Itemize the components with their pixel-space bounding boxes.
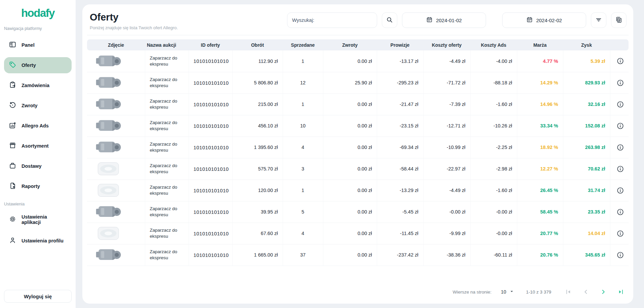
offer-koszty-ads: -10.26 zł bbox=[470, 115, 517, 137]
filter-icon bbox=[595, 16, 602, 25]
table-header-row: Zdjęcie Nazwa aukcji ID oferty Obrót Spr… bbox=[87, 39, 629, 50]
offer-koszty-ads: -88.18 zł bbox=[470, 72, 517, 93]
offer-prowizje: -11.45 zł bbox=[377, 223, 423, 244]
offers-table-body: Zaparzacz do ekspresu 101010101010 112.9… bbox=[87, 50, 629, 266]
sidebar-item-label: Zwroty bbox=[22, 103, 38, 108]
report-file-icon bbox=[9, 182, 16, 191]
offer-name: Zaparzacz do ekspresu bbox=[145, 201, 189, 223]
product-image bbox=[90, 51, 128, 71]
sidebar-item-label: Panel bbox=[22, 42, 35, 48]
sidebar-item-dostawy[interactable]: Dostawy bbox=[4, 158, 72, 174]
orders-clipboard-icon bbox=[9, 81, 16, 90]
info-icon bbox=[616, 61, 624, 66]
offer-name: Zaparzacz do ekspresu bbox=[145, 72, 189, 93]
col-info bbox=[610, 39, 629, 50]
offer-zwroty: 0.00 zł bbox=[323, 137, 377, 158]
tag-icon bbox=[9, 61, 16, 70]
offer-sprzedane: 1 bbox=[283, 180, 323, 201]
info-button[interactable] bbox=[615, 207, 626, 217]
offer-koszty-oferty: -0.00 zł bbox=[423, 201, 470, 223]
sidebar-item-oferty[interactable]: Oferty bbox=[4, 57, 72, 73]
date-to-value: 2024-02-02 bbox=[536, 17, 562, 23]
info-button[interactable] bbox=[615, 250, 626, 260]
offer-koszty-oferty: -4.49 zł bbox=[423, 180, 470, 201]
info-button[interactable] bbox=[615, 56, 626, 66]
copy-report-button[interactable] bbox=[611, 12, 627, 28]
offer-name: Zaparzacz do ekspresu bbox=[145, 115, 189, 137]
product-part-graphic bbox=[92, 202, 127, 221]
offer-koszty-ads: -0.00 zł bbox=[470, 223, 517, 244]
sidebar-item-ustawienia-aplikacji[interactable]: Ustawienia aplikacji bbox=[4, 210, 72, 229]
info-button[interactable] bbox=[615, 99, 626, 110]
info-button[interactable] bbox=[615, 185, 626, 196]
offer-sprzedane: 1 bbox=[283, 50, 323, 72]
ads-chart-icon bbox=[9, 121, 16, 130]
offer-name: Zaparzacz do ekspresu bbox=[145, 180, 189, 201]
offer-prowizje: -295.23 zł bbox=[377, 72, 423, 93]
product-image bbox=[90, 159, 128, 179]
product-image bbox=[90, 138, 128, 157]
info-icon bbox=[616, 233, 624, 238]
offers-card: Oferty Poniżej znajduje się lista Twoich… bbox=[82, 4, 633, 304]
date-from-picker[interactable]: 2024-01-02 bbox=[402, 12, 486, 28]
offer-zysk: 32.16 zł bbox=[563, 93, 610, 115]
info-button[interactable] bbox=[615, 164, 626, 174]
sidebar-item-zamowienia[interactable]: Zamówienia bbox=[4, 77, 72, 93]
offer-koszty-ads: -60.11 zł bbox=[470, 244, 517, 266]
offer-koszty-oferty: -9.99 zł bbox=[423, 223, 470, 244]
sidebar-item-label: Dostawy bbox=[22, 163, 42, 169]
calendar-icon bbox=[426, 16, 433, 24]
sidebar-item-raporty[interactable]: Raporty bbox=[4, 178, 72, 194]
next-page-button[interactable] bbox=[599, 287, 608, 296]
info-icon bbox=[616, 147, 624, 152]
page-subtitle: Poniżej znajduje się lista Twoich ofert … bbox=[90, 25, 178, 30]
search-input[interactable] bbox=[292, 17, 372, 23]
storefront-icon bbox=[9, 142, 16, 150]
pagination: Wiersze na stronie: 10 1-10 z 3 379 bbox=[87, 283, 629, 299]
previous-page-button[interactable] bbox=[581, 287, 590, 296]
first-page-button[interactable] bbox=[564, 287, 573, 296]
table-row: Zaparzacz do ekspresu 101010101010 456.1… bbox=[87, 115, 629, 137]
table-row: Zaparzacz do ekspresu 101010101010 215.0… bbox=[87, 93, 629, 115]
product-image bbox=[90, 116, 128, 136]
settings-section-label: Ustawienia bbox=[4, 202, 72, 206]
offer-koszty-oferty: -22.97 zł bbox=[423, 158, 470, 180]
page-size-dropdown[interactable]: 10 bbox=[501, 288, 515, 295]
offer-id: 101010101010 bbox=[189, 93, 232, 115]
col-id-oferty: ID oferty bbox=[189, 39, 232, 50]
offer-sprzedane: 37 bbox=[283, 244, 323, 266]
sidebar-item-label: Allegro Ads bbox=[22, 123, 49, 128]
col-zdjecie: Zdjęcie bbox=[87, 39, 145, 50]
offer-obrot: 575.70 zł bbox=[232, 158, 283, 180]
sidebar-item-allegro-ads[interactable]: Allegro Ads bbox=[4, 118, 72, 134]
offer-zysk: 23.35 zł bbox=[563, 201, 610, 223]
offer-sprzedane: 5 bbox=[283, 201, 323, 223]
offer-koszty-ads: -2.98 zł bbox=[470, 158, 517, 180]
info-button[interactable] bbox=[615, 228, 626, 239]
offer-marza: 20.77 % bbox=[517, 223, 563, 244]
date-to-picker[interactable]: 2024-02-02 bbox=[502, 12, 586, 28]
product-part-graphic bbox=[92, 138, 127, 157]
sidebar-item-asortyment[interactable]: Asortyment bbox=[4, 138, 72, 154]
sidebar-item-ustawienia-profilu[interactable]: Ustawienia profilu bbox=[4, 233, 72, 249]
sidebar-item-panel[interactable]: Panel bbox=[4, 37, 72, 53]
info-button[interactable] bbox=[615, 121, 626, 131]
product-part-graphic bbox=[92, 116, 127, 135]
offer-zwroty: 0.00 zł bbox=[323, 158, 377, 180]
caret-down-icon bbox=[509, 288, 515, 295]
offer-marza: 4.77 % bbox=[517, 50, 563, 72]
info-button[interactable] bbox=[615, 142, 626, 153]
sidebar-section-label: Nawigacja platformy bbox=[4, 26, 72, 31]
last-page-button[interactable] bbox=[616, 287, 625, 296]
offer-marza: 58.45 % bbox=[517, 201, 563, 223]
search-button[interactable] bbox=[382, 12, 397, 28]
dashboard-icon bbox=[9, 41, 16, 49]
info-button[interactable] bbox=[615, 78, 626, 88]
offer-id: 101010101010 bbox=[189, 244, 232, 266]
logout-button[interactable]: Wyloguj się bbox=[4, 290, 72, 303]
gear-icon bbox=[9, 215, 16, 224]
page-size-value: 10 bbox=[501, 289, 506, 295]
sidebar-item-zwroty[interactable]: Zwroty bbox=[4, 98, 72, 114]
filter-button[interactable] bbox=[591, 12, 606, 28]
offer-obrot: 39.95 zł bbox=[232, 201, 283, 223]
